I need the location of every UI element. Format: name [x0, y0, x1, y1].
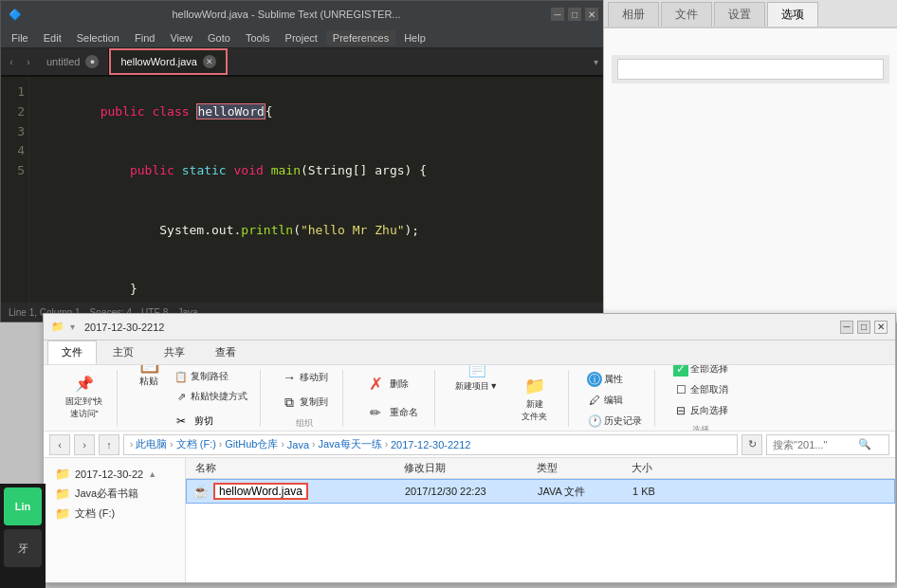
deselect-label: 全部取消	[690, 383, 728, 396]
move-icon: →	[281, 369, 298, 386]
toolbar-copy-to-button[interactable]: ⧉ 复制到	[274, 391, 335, 413]
menu-view[interactable]: View	[163, 30, 199, 46]
tab-prev-button[interactable]: ‹	[3, 48, 20, 75]
tab-untitled[interactable]: untitled ●	[37, 48, 109, 75]
toolbar-rename-button[interactable]: ✏ 重命名	[357, 399, 427, 426]
ribbon-tab-file[interactable]: 文件	[47, 340, 97, 364]
paste-shortcut-icon: ⇗	[174, 389, 189, 404]
path-pc[interactable]: 此电脑	[136, 437, 167, 451]
toolbar-easy-access-button[interactable]: 轻松访问▼	[508, 365, 560, 369]
toolbar-delete-button[interactable]: ✗ 删除	[357, 371, 427, 397]
menu-goto[interactable]: Goto	[201, 30, 237, 46]
menu-help[interactable]: Help	[397, 30, 432, 46]
tab-untitled-close[interactable]: ●	[85, 55, 99, 68]
search-bar[interactable]: 🔍	[766, 434, 889, 455]
path-github[interactable]: GitHub仓库	[225, 437, 278, 451]
sidebar-item-docs[interactable]: 📁 文档 (F:)	[44, 504, 185, 524]
explorer-main: 名称 修改日期 类型 大小 ☕ hellowWord.java 2017/12/…	[186, 458, 895, 582]
rp-tab-options[interactable]: 选项	[767, 2, 818, 27]
right-panel-search[interactable]	[617, 59, 884, 80]
menu-project[interactable]: Project	[279, 30, 324, 46]
path-daily[interactable]: Java每天一练	[318, 437, 381, 451]
toolbar-invert-button[interactable]: ⊟ 反向选择	[668, 401, 733, 420]
menu-preferences[interactable]: Preferences	[326, 30, 395, 46]
ribbon-tab-home[interactable]: 主页	[99, 340, 148, 364]
address-bar-path[interactable]: › 此电脑 › 文档 (F:) › GitHub仓库 › Java › Java…	[123, 434, 738, 455]
rename-icon: ✏	[365, 402, 386, 423]
menu-file[interactable]: File	[5, 30, 35, 46]
toolbar-move-button[interactable]: → 移动到	[274, 366, 335, 389]
code-area[interactable]: 1 2 3 4 5 public class helloWord{ public…	[1, 77, 606, 303]
menu-tools[interactable]: Tools	[239, 30, 277, 46]
ribbon-tab-share[interactable]: 共享	[150, 340, 199, 364]
toolbar-copy-path-button[interactable]: 📋 复制路径	[169, 367, 252, 386]
code-line-1: public class helloWord{	[41, 83, 595, 141]
minimize-button[interactable]: ─	[551, 8, 564, 21]
sidebar-item-2017[interactable]: 📁 2017-12-30-22 ▲	[44, 464, 185, 484]
properties-icon: ⓘ	[587, 372, 602, 387]
toolbar-select-all-button[interactable]: ✓ 全部选择	[668, 365, 733, 378]
toolbar-group-quickaccess: 📌 固定到"快速访问"	[51, 370, 118, 427]
maximize-button[interactable]: □	[568, 8, 581, 21]
sidebar-item-books[interactable]: 📁 Java必看书籍	[44, 484, 185, 504]
toolbar-history-button[interactable]: 🕐 历史记录	[582, 412, 647, 431]
rp-tab-settings[interactable]: 设置	[714, 2, 765, 27]
invert-icon: ⊟	[673, 403, 688, 418]
select-all-label: 全部选择	[690, 365, 728, 376]
properties-label: 属性	[604, 373, 623, 386]
tab-hellowword[interactable]: hellowWord.java ✕	[109, 48, 228, 75]
explorer-minimize-button[interactable]: ─	[840, 321, 853, 334]
toolbar-new-item-button[interactable]: 📄 新建项目▼	[448, 365, 504, 396]
close-button[interactable]: ✕	[585, 8, 598, 21]
rp-tab-file[interactable]: 文件	[661, 2, 712, 27]
explorer-addressbar: ‹ › ↑ › 此电脑 › 文档 (F:) › GitHub仓库 › Java …	[44, 432, 895, 458]
back-button[interactable]: ‹	[49, 434, 70, 455]
tab-next-button[interactable]: ›	[20, 48, 37, 75]
ribbon-tab-view[interactable]: 查看	[201, 340, 250, 364]
taskbar-item-2[interactable]: 牙	[4, 529, 42, 567]
path-java[interactable]: Java	[287, 439, 309, 450]
up-button[interactable]: ↑	[99, 434, 119, 455]
rp-tab-album[interactable]: 相册	[608, 2, 659, 27]
tab-hellowword-label: hellowWord.java	[120, 56, 197, 67]
col-header-name[interactable]: 名称	[190, 461, 398, 475]
path-docs[interactable]: 文档 (F:)	[176, 437, 216, 451]
search-input[interactable]	[773, 439, 858, 450]
col-header-size[interactable]: 大小	[626, 461, 702, 475]
easy-access-label: 轻松访问▼	[513, 365, 556, 367]
tab-hellowword-close[interactable]: ✕	[203, 55, 216, 68]
toolbar-new-folder-button[interactable]: 📁 新建文件夹	[508, 371, 560, 427]
col-header-type[interactable]: 类型	[531, 461, 626, 475]
sidebar-item-label-2: Java必看书籍	[75, 487, 138, 501]
sublime-app-icon: 🔷	[9, 9, 22, 21]
toolbar-deselect-button[interactable]: ☐ 全部取消	[668, 380, 733, 399]
toolbar-pin-button[interactable]: 📌 固定到"快速访问"	[59, 368, 109, 424]
toolbar-paste-button[interactable]: 📋 粘贴	[131, 365, 167, 389]
menu-selection[interactable]: Selection	[70, 30, 126, 46]
sidebar-folder-icon-1: 📁	[55, 467, 70, 481]
explorer-maximize-button[interactable]: □	[857, 321, 870, 334]
taskbar-item-1[interactable]: Lin	[4, 487, 42, 525]
refresh-button[interactable]: ↻	[741, 434, 762, 455]
toolbar-copy-button[interactable]: ⧉ 复制	[169, 365, 252, 366]
java-file-icon: ☕	[191, 482, 210, 501]
path-folder[interactable]: 2017-12-30-2212	[391, 439, 470, 450]
toolbar-open-button[interactable]: 📂 打开▼	[582, 365, 647, 368]
toolbar-group-clipboard: 📋 粘贴 ⧉ 复制 📋 复制路径 ⇗ 粘贴快捷方式	[123, 370, 261, 427]
toolbar-properties-button[interactable]: ⓘ 属性	[582, 370, 647, 389]
sublime-window: 🔷 hellowWord.java - Sublime Text (UNREGI…	[0, 0, 607, 322]
explorer-close-button[interactable]: ✕	[874, 321, 888, 334]
select-group-label: 选择	[692, 424, 709, 432]
menu-find[interactable]: Find	[128, 30, 161, 46]
toolbar-paste-shortcut-button[interactable]: ⇗ 粘贴快捷方式	[169, 387, 252, 406]
file-row-hellowword[interactable]: ☕ hellowWord.java 2017/12/30 22:23 JAVA …	[186, 479, 895, 504]
col-header-date[interactable]: 修改日期	[398, 461, 531, 475]
explorer-title-left: 📁 ▾ 2017-12-30-2212	[51, 321, 164, 333]
forward-button[interactable]: ›	[74, 434, 95, 455]
code-content[interactable]: public class helloWord{ public static vo…	[29, 77, 606, 303]
tab-overflow-button[interactable]: ▾	[587, 48, 604, 75]
toolbar-edit-button[interactable]: 🖊 编辑	[582, 391, 647, 410]
sidebar-folder-icon-2: 📁	[55, 487, 70, 501]
open-icon: 📂	[587, 365, 602, 366]
menu-edit[interactable]: Edit	[37, 30, 68, 46]
